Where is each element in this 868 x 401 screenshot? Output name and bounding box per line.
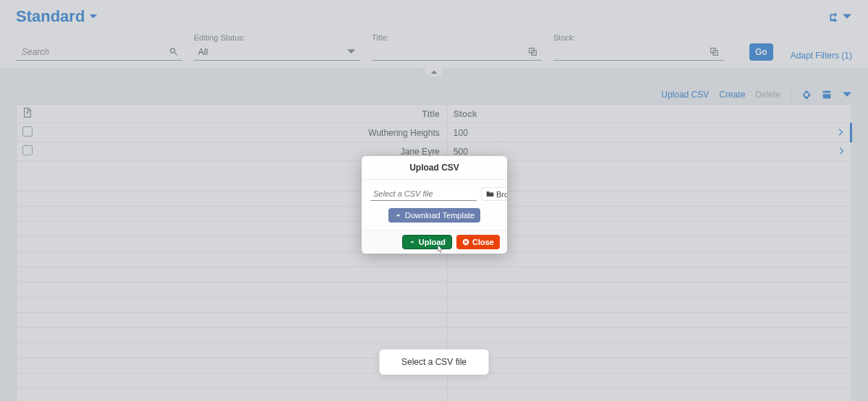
close-label: Close [472, 238, 494, 246]
download-icon [394, 212, 402, 220]
download-template-button[interactable]: Download Template [388, 208, 480, 223]
toast-message: Select a CSV file [379, 349, 489, 375]
browse-label: Browse.. [496, 190, 507, 199]
browse-button[interactable]: Browse.. [481, 187, 507, 201]
download-template-label: Download Template [405, 211, 475, 220]
upload-icon [409, 238, 416, 246]
close-circle-icon [462, 238, 469, 246]
folder-open-icon [486, 190, 494, 198]
close-button[interactable]: Close [456, 235, 500, 249]
dialog-title: Upload CSV [362, 156, 507, 180]
upload-csv-dialog: Upload CSV Browse.. Download Template Up… [362, 156, 507, 254]
cursor-pointer-icon [434, 243, 446, 256]
csv-file-input[interactable] [370, 187, 477, 201]
